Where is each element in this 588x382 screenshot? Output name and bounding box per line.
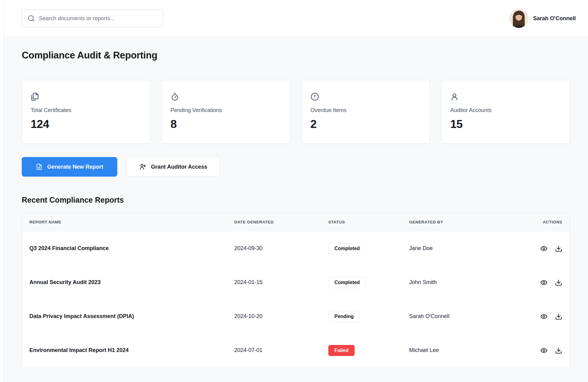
- eye-icon: [540, 347, 548, 354]
- user-icon: [450, 92, 459, 101]
- column-header-generated-by: Generated By: [409, 220, 538, 224]
- actions-row: Generate New Report Grant Auditor Access: [22, 157, 570, 177]
- download-report-button[interactable]: [555, 245, 562, 252]
- report-name: Data Privacy Impact Assessment (DPIA): [29, 313, 234, 320]
- download-icon: [555, 245, 562, 252]
- stat-card-total-certificates: Total Certificates 124: [22, 80, 150, 144]
- avatar: [509, 9, 528, 28]
- files-icon: [31, 92, 39, 101]
- download-icon: [555, 347, 562, 354]
- download-report-button[interactable]: [555, 313, 562, 320]
- generated-by: John Smith: [409, 279, 538, 286]
- report-date: 2024-01-15: [234, 279, 328, 286]
- stat-value: 8: [171, 118, 281, 131]
- user-name: Sarah O'Connell: [533, 15, 576, 22]
- grant-auditor-access-label: Grant Auditor Access: [151, 164, 207, 170]
- column-header-report-name: Report Name: [29, 220, 234, 224]
- alert-circle-icon: [311, 92, 319, 101]
- stat-label: Overdue Items: [311, 107, 421, 114]
- status-badge: Pending: [328, 311, 360, 322]
- generated-by: Michael Lee: [409, 347, 538, 354]
- stat-value: 15: [450, 118, 561, 131]
- table-row: Environmental Impact Report H1 2024 2024…: [22, 333, 570, 367]
- generate-report-button[interactable]: Generate New Report: [22, 157, 117, 177]
- view-report-button[interactable]: [540, 279, 548, 286]
- column-header-date-generated: Date Generated: [234, 220, 328, 224]
- file-text-icon: [36, 163, 43, 170]
- table-row: Annual Security Audit 2023 2024-01-15 Co…: [22, 265, 570, 299]
- eye-icon: [540, 313, 548, 320]
- search-box[interactable]: [22, 9, 163, 27]
- view-report-button[interactable]: [540, 347, 548, 354]
- search-icon: [28, 15, 35, 22]
- generated-by: Sarah O'Connell: [409, 313, 538, 320]
- user-chip[interactable]: Sarah O'Connell: [509, 9, 576, 28]
- status-badge: Completed: [328, 277, 366, 288]
- view-report-button[interactable]: [540, 245, 548, 252]
- eye-icon: [540, 279, 548, 286]
- user-plus-icon: [139, 163, 146, 170]
- stat-cards: Total Certificates 124 Pending Verificat…: [22, 80, 570, 144]
- topbar: Sarah O'Connell: [4, 0, 588, 37]
- stat-value: 2: [311, 118, 421, 131]
- stat-value: 124: [31, 118, 141, 131]
- report-name: Q3 2024 Financial Compliance: [29, 245, 234, 252]
- table-row: Data Privacy Impact Assessment (DPIA) 20…: [22, 299, 570, 333]
- view-report-button[interactable]: [540, 313, 548, 320]
- reports-table: Report Name Date Generated Status Genera…: [22, 213, 570, 367]
- download-icon: [555, 279, 562, 286]
- column-header-actions: Actions: [538, 220, 562, 224]
- download-icon: [555, 313, 562, 320]
- report-date: 2024-07-01: [234, 347, 328, 354]
- search-input[interactable]: [39, 15, 157, 22]
- section-title-recent-reports: Recent Compliance Reports: [22, 196, 570, 204]
- report-date: 2024-09-30: [234, 245, 328, 252]
- page-title: Compliance Audit & Reporting: [22, 50, 570, 61]
- table-row: Q3 2024 Financial Compliance 2024-09-30 …: [22, 231, 570, 265]
- status-badge: Completed: [328, 243, 366, 254]
- report-name: Annual Security Audit 2023: [29, 279, 234, 286]
- generated-by: Jane Doe: [409, 245, 538, 252]
- report-name: Environmental Impact Report H1 2024: [29, 347, 234, 354]
- eye-icon: [540, 245, 548, 252]
- report-date: 2024-10-20: [234, 313, 328, 320]
- table-header-row: Report Name Date Generated Status Genera…: [22, 213, 570, 231]
- stat-card-overdue-items: Overdue Items 2: [302, 80, 430, 144]
- stat-label: Pending Verifications: [171, 107, 281, 114]
- main-content: Compliance Audit & Reporting Total Certi…: [4, 37, 588, 382]
- stat-card-auditor-accounts: Auditor Accounts 15: [441, 80, 570, 144]
- timer-icon: [171, 92, 179, 101]
- download-report-button[interactable]: [555, 347, 562, 354]
- stat-card-pending-verifications: Pending Verifications 8: [162, 80, 290, 144]
- status-badge: Failed: [328, 345, 355, 356]
- column-header-status: Status: [328, 220, 409, 224]
- app-root: Sarah O'Connell Compliance Audit & Repor…: [4, 0, 588, 382]
- stat-label: Auditor Accounts: [450, 107, 561, 114]
- generate-report-label: Generate New Report: [47, 164, 103, 170]
- stat-label: Total Certificates: [31, 107, 141, 114]
- grant-auditor-access-button[interactable]: Grant Auditor Access: [126, 157, 220, 177]
- download-report-button[interactable]: [555, 279, 562, 286]
